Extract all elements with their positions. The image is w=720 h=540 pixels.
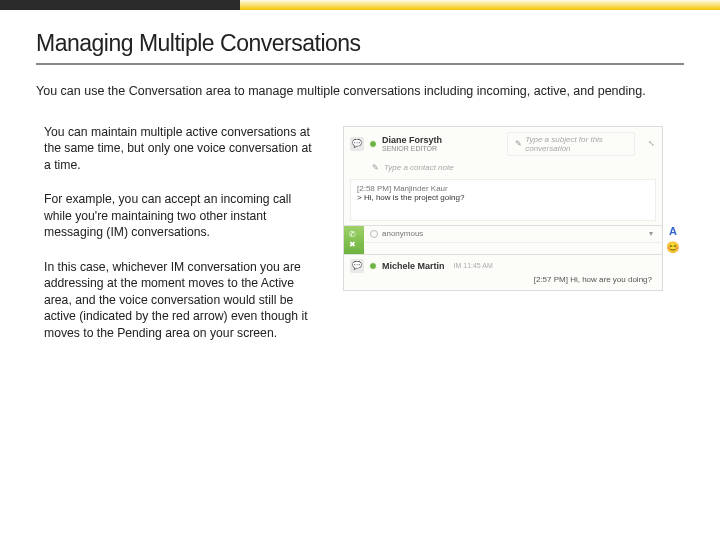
paragraph: For example, you can accept an incoming … [44, 191, 321, 240]
time-label-faded: IM 11:45 AM [454, 262, 493, 269]
accent-yellow [240, 0, 720, 10]
pending-im-conversation: 💬 Michele Martin IM 11:45 AM [2:57 PM] H… [344, 255, 662, 290]
presence-unknown-icon [370, 230, 378, 238]
voice-call-tab[interactable]: ✆ ✖ [344, 226, 364, 254]
body-text-column: You can maintain multiple active convers… [36, 124, 321, 359]
note-placeholder: Type a contact note [384, 163, 454, 172]
paragraph: You can maintain multiple active convers… [44, 124, 321, 173]
contact-role: SENIOR EDITOR [382, 145, 496, 152]
chat-bubble-icon: 💬 [350, 259, 364, 273]
message-area: [2:58 PM] Manjinder Kaur > Hi, how is th… [350, 179, 656, 221]
emoji-icon[interactable]: 😊 [666, 241, 680, 255]
expand-icon[interactable]: ⤡ [646, 139, 656, 149]
header-accent-bar [0, 0, 720, 10]
chat-bubble-icon: 💬 [350, 137, 364, 151]
phone-icon: ✆ [349, 230, 359, 240]
intro-text: You can use the Conversation area to man… [36, 83, 684, 100]
pending-voice-conversation: ✆ ✖ anonymous ▾ [344, 226, 662, 255]
conversation-app-screenshot: 💬 Diane Forsyth SENIOR EDITOR ✎ Type a s… [343, 126, 663, 291]
message-meta: [2:58 PM] Manjinder Kaur [357, 184, 649, 193]
note-icon: ✎ [370, 163, 380, 173]
accent-dark [0, 0, 240, 10]
font-icon[interactable]: A [666, 224, 680, 238]
contact-name: Diane Forsyth [382, 135, 496, 145]
presence-available-icon [369, 262, 377, 270]
format-toolbar: A 😊 [666, 224, 680, 255]
pencil-icon: ✎ [514, 139, 522, 149]
hangup-icon: ✖ [349, 240, 359, 250]
presence-available-icon [369, 140, 377, 148]
anonymous-label: anonymous [382, 229, 423, 238]
message-text: > Hi, how is the project going? [357, 193, 649, 202]
paragraph: In this case, whichever IM conversation … [44, 259, 321, 341]
title-underline [36, 63, 684, 65]
page-title: Managing Multiple Conversations [36, 30, 684, 57]
contact-name: Michele Martin [382, 261, 445, 271]
message-preview: [2:57 PM] Hi, how are you doing? [534, 275, 652, 284]
active-conversation-panel: 💬 Diane Forsyth SENIOR EDITOR ✎ Type a s… [344, 127, 662, 226]
chevron-down-icon[interactable]: ▾ [646, 229, 656, 239]
subject-placeholder: Type a subject for this conversation [525, 135, 628, 153]
subject-input[interactable]: ✎ Type a subject for this conversation [507, 132, 635, 156]
